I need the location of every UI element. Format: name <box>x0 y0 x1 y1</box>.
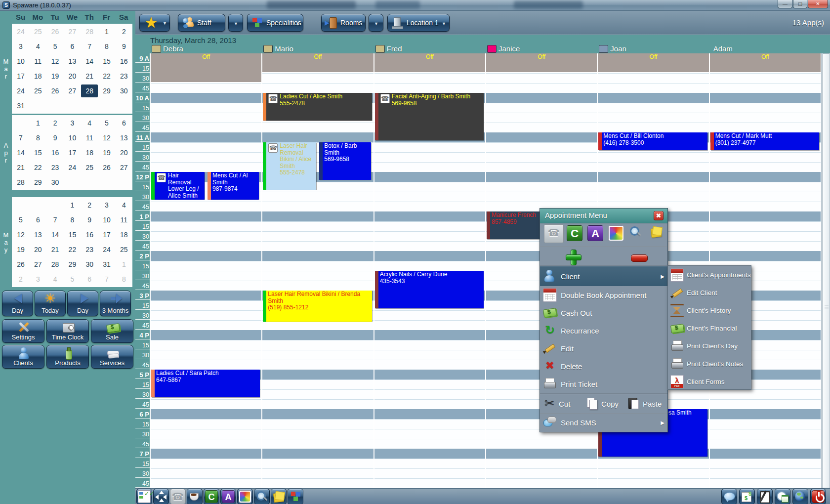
calendar-day-mar-28[interactable]: 28 <box>81 25 98 38</box>
calendar-day-apr-20[interactable]: 20 <box>116 146 132 159</box>
calendar-day-may-7[interactable]: 7 <box>47 213 64 226</box>
calendar-day-mar-21[interactable]: 21 <box>81 70 98 83</box>
nav-button-day-0[interactable]: Day <box>2 291 33 316</box>
menu-item-print-ticket[interactable]: Print Ticket <box>540 375 667 393</box>
toolbar-dropdown-rooms[interactable]: ▼ <box>369 14 383 32</box>
calendar-day-mar-2[interactable]: 2 <box>116 25 132 38</box>
calendar-day-may-2[interactable]: 2 <box>12 273 29 286</box>
calendar-day-may-24[interactable]: 24 <box>98 243 115 256</box>
calendar-day-may-23[interactable]: 23 <box>81 243 98 256</box>
calendar-day-may-21[interactable]: 21 <box>47 243 64 256</box>
menu-icon-button-magnifier[interactable] <box>629 225 646 242</box>
calendar-day-mar-17[interactable]: 17 <box>12 70 29 83</box>
calendar-day-may-19[interactable]: 19 <box>12 243 29 256</box>
calendar-day-mar-20[interactable]: 20 <box>64 70 81 83</box>
calendar-day-mar-13[interactable]: 13 <box>64 55 81 68</box>
appointment[interactable]: ☎Facial Anti-Aging / Barb Smith569-9658 <box>375 93 484 140</box>
calendar-day-apr-10[interactable]: 10 <box>64 131 81 144</box>
toolbar-dropdown-staff[interactable]: ▼ <box>228 14 243 32</box>
bottombar-button-chat[interactable] <box>721 489 737 504</box>
bottombar-button-palette[interactable] <box>237 489 253 504</box>
calendar-day-may-3[interactable]: 3 <box>98 199 115 211</box>
calendar-day-mar-9[interactable]: 9 <box>116 40 132 53</box>
menu-icon-button-notes[interactable] <box>650 225 666 242</box>
calendar-day-apr-7[interactable]: 7 <box>12 131 29 144</box>
nav-button-3-months-3[interactable]: 3 Months <box>100 291 131 316</box>
vertical-scrollbar[interactable] <box>821 53 830 488</box>
sidebar-button-services[interactable]: Services <box>91 345 133 369</box>
bottombar-button-coffee[interactable] <box>187 489 203 504</box>
calendar-day-mar-6[interactable]: 6 <box>64 40 81 53</box>
calendar-day-may-26[interactable]: 26 <box>12 258 29 271</box>
bottombar-button-move[interactable] <box>153 489 169 504</box>
appointment[interactable]: Mens Cut / Bill Clonton(416) 278-3500 <box>598 132 707 150</box>
menu-item-double-book-appointment[interactable]: Double Book Appointment <box>540 286 667 304</box>
calendar-day-may-20[interactable]: 20 <box>30 243 46 256</box>
calendar-day-mar-26[interactable]: 26 <box>47 84 64 97</box>
calendar-day-apr-8[interactable]: 8 <box>30 131 46 144</box>
calendar-day-may-28[interactable]: 28 <box>47 258 64 271</box>
calendar-day-mar-5[interactable]: 5 <box>47 40 64 53</box>
submenu-item-edit-client[interactable]: Edit Client <box>668 284 751 301</box>
menu-item-delete[interactable]: Delete <box>540 357 667 375</box>
calendar-day-mar-25[interactable]: 25 <box>30 84 46 97</box>
calendar-day-mar-4[interactable]: 4 <box>30 40 46 53</box>
calendar-day-may-13[interactable]: 13 <box>30 228 46 241</box>
menu-item-recurrance[interactable]: Recurrance <box>540 322 667 339</box>
maximize-button[interactable]: ▢ <box>793 0 807 8</box>
submenu-item-client-s-appointments[interactable]: Client's Appointments <box>668 266 751 284</box>
calendar-day-apr-6[interactable]: 6 <box>116 117 132 129</box>
submenu-item-client-forms[interactable]: Client Forms <box>668 373 751 390</box>
menu-item-send-sms[interactable]: Send SMS▶ <box>540 414 667 431</box>
calendar-day-apr-29[interactable]: 29 <box>30 176 46 189</box>
calendar-day-may-29[interactable]: 29 <box>64 258 81 271</box>
calendar-day-may-30[interactable]: 30 <box>81 258 98 271</box>
calendar-day-may-12[interactable]: 12 <box>12 228 29 241</box>
sidebar-button-time-clock[interactable]: Time Clock <box>46 319 89 343</box>
bottombar-button-notes[interactable] <box>271 489 287 504</box>
calendar-day-may-31[interactable]: 31 <box>98 258 115 271</box>
calendar-day-mar-3[interactable]: 3 <box>12 40 29 53</box>
submenu-item-print-client-s-notes[interactable]: Print Client's Notes <box>668 355 751 373</box>
calendar-day-mar-18[interactable]: 18 <box>30 70 46 83</box>
nav-button-today-1[interactable]: Today <box>35 291 66 316</box>
bottombar-button-cubes[interactable] <box>288 489 303 504</box>
calendar-day-mar-11[interactable]: 11 <box>30 55 46 68</box>
calendar-day-may-9[interactable]: 9 <box>81 213 98 226</box>
calendar-day-apr-19[interactable]: 19 <box>98 146 115 159</box>
calendar-day-apr-23[interactable]: 23 <box>47 161 64 174</box>
calendar-day-apr-11[interactable]: 11 <box>81 131 98 144</box>
calendar-day-may-3[interactable]: 3 <box>30 273 46 286</box>
bottombar-button-cal-check[interactable] <box>136 489 152 504</box>
calendar-day-apr-21[interactable]: 21 <box>12 161 29 174</box>
calendar-day-mar-10[interactable]: 10 <box>12 55 29 68</box>
calendar-day-mar-22[interactable]: 22 <box>98 70 115 83</box>
calendar-day-may-10[interactable]: 10 <box>98 213 115 226</box>
menu-item-cash-out[interactable]: Cash Out <box>540 304 667 322</box>
calendar-day-mar-24[interactable]: 24 <box>12 25 29 38</box>
menu-item-client[interactable]: Client▶ <box>540 266 667 286</box>
calendar-day-mar-15[interactable]: 15 <box>98 55 115 68</box>
calendar-day-mar-24[interactable]: 24 <box>12 84 29 97</box>
favorites-button[interactable]: ▼ <box>139 14 170 32</box>
calendar-day-may-25[interactable]: 25 <box>116 243 132 256</box>
calendar-day-mar-29[interactable]: 29 <box>98 84 115 97</box>
calendar-day-may-5[interactable]: 5 <box>12 213 29 226</box>
sidebar-button-products[interactable]: Products <box>46 345 89 369</box>
calendar-day-apr-26[interactable]: 26 <box>98 161 115 174</box>
calendar-day-mar-16[interactable]: 16 <box>116 55 132 68</box>
calendar-day-apr-17[interactable]: 17 <box>64 146 81 159</box>
appointment[interactable]: ☎Ladies Cut / Alice Smith555-2478 <box>263 93 372 121</box>
column-header-adam[interactable]: Adam <box>709 45 821 53</box>
menu-icon-button-letter-a[interactable]: A <box>587 225 604 242</box>
calendar-day-may-5[interactable]: 5 <box>64 273 81 286</box>
calendar-day-apr-18[interactable]: 18 <box>81 146 98 159</box>
calendar-day-may-1[interactable]: 1 <box>64 199 81 211</box>
submenu-item-client-s-financial[interactable]: Client's Financial <box>668 319 751 337</box>
calendar-day-mar-25[interactable]: 25 <box>30 25 46 38</box>
column-header-mario[interactable]: Mario <box>262 45 374 53</box>
calendar-day-may-17[interactable]: 17 <box>98 228 115 241</box>
calendar-day-mar-26[interactable]: 26 <box>47 25 64 38</box>
calendar-day-apr-15[interactable]: 15 <box>30 146 46 159</box>
calendar-day-apr-5[interactable]: 5 <box>98 117 115 129</box>
